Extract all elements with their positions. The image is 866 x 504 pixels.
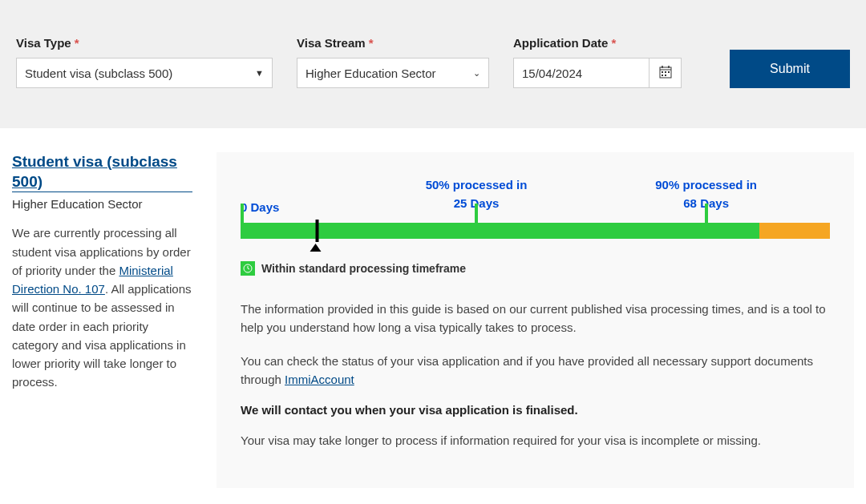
visa-stream-select[interactable]: Higher Education Sector ⌄ bbox=[297, 58, 489, 88]
filter-form: Visa Type * Student visa (subclass 500) … bbox=[0, 0, 866, 128]
submit-button[interactable]: Submit bbox=[730, 50, 850, 88]
info-paragraph-4: Your visa may take longer to process if … bbox=[241, 431, 830, 450]
info-paragraph-3: We will contact you when your visa appli… bbox=[241, 403, 830, 417]
visa-type-label: Visa Type * bbox=[16, 36, 273, 50]
calendar-icon bbox=[659, 66, 672, 81]
bar-orange-segment bbox=[759, 223, 830, 239]
visa-type-select[interactable]: Student visa (subclass 500) ▼ bbox=[16, 58, 273, 88]
application-date-input[interactable]: 15/04/2024 bbox=[513, 58, 650, 88]
calendar-button[interactable] bbox=[650, 58, 682, 88]
info-paragraph-1: The information provided in this guide i… bbox=[241, 300, 830, 337]
immiaccount-link[interactable]: ImmiAccount bbox=[285, 373, 354, 386]
application-date-group: Application Date * 15/04/2024 bbox=[513, 36, 682, 88]
svg-rect-7 bbox=[662, 75, 663, 76]
svg-rect-8 bbox=[665, 75, 666, 76]
processing-panel: 0 Days 50% processed in 25 Days 90% proc… bbox=[216, 152, 854, 488]
status-text: Within standard processing timeframe bbox=[261, 262, 466, 275]
visa-title-link[interactable]: Student visa (subclass 500) bbox=[12, 152, 192, 192]
info-paragraph-2: You can check the status of your visa ap… bbox=[241, 352, 830, 389]
chevron-down-icon: ⌄ bbox=[473, 68, 480, 79]
application-date-label: Application Date * bbox=[513, 36, 682, 50]
visa-type-value: Student visa (subclass 500) bbox=[25, 67, 172, 80]
visa-stream-label: Visa Stream * bbox=[297, 36, 489, 50]
timeline-start-label: 0 Days bbox=[241, 199, 279, 217]
svg-rect-6 bbox=[668, 71, 670, 73]
visa-stream-group: Visa Stream * Higher Education Sector ⌄ bbox=[297, 36, 489, 88]
caret-down-icon: ▼ bbox=[255, 68, 264, 78]
svg-line-11 bbox=[248, 268, 249, 269]
visa-stream-value: Higher Education Sector bbox=[306, 67, 436, 80]
svg-rect-5 bbox=[665, 71, 666, 73]
status-row: Within standard processing timeframe bbox=[241, 261, 830, 276]
sidebar-description: We are currently processing all student … bbox=[12, 224, 192, 391]
visa-type-group: Visa Type * Student visa (subclass 500) … bbox=[16, 36, 273, 88]
sidebar: Student visa (subclass 500) Higher Educa… bbox=[12, 152, 192, 488]
clock-icon bbox=[241, 261, 255, 276]
timeline-bar bbox=[241, 223, 830, 239]
timeline-labels: 0 Days 50% processed in 25 Days 90% proc… bbox=[241, 176, 830, 216]
stream-subtitle: Higher Education Sector bbox=[12, 197, 192, 211]
current-position-marker bbox=[314, 220, 321, 252]
results-section: Student visa (subclass 500) Higher Educa… bbox=[0, 128, 866, 504]
svg-rect-4 bbox=[662, 71, 663, 73]
